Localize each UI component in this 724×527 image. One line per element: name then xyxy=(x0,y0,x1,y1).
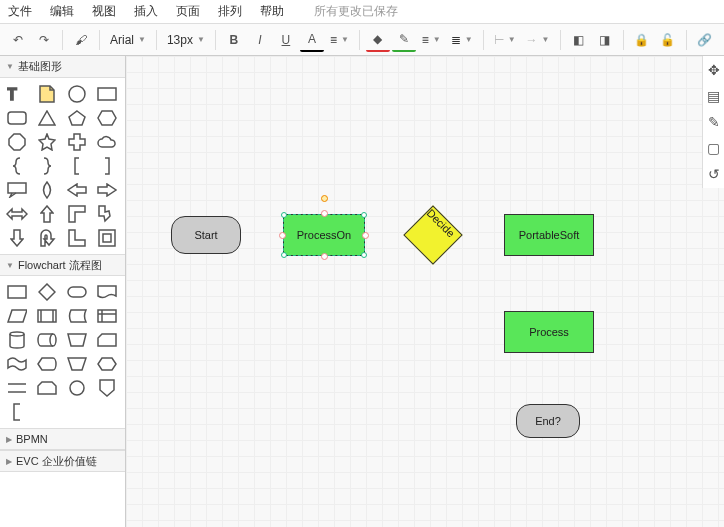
annotate-icon[interactable]: ✎ xyxy=(708,114,720,130)
linestyle-button[interactable]: ≣▼ xyxy=(447,33,477,47)
history-icon[interactable]: ↺ xyxy=(708,166,720,182)
menu-edit[interactable]: 编辑 xyxy=(50,3,74,20)
shape-note[interactable] xyxy=(32,82,62,106)
shape-uturn[interactable] xyxy=(32,226,62,250)
shape-sidebar: ▼基础图形 T xyxy=(0,56,126,527)
shape-brace-r[interactable] xyxy=(32,154,62,178)
fc-offpage[interactable] xyxy=(92,376,122,400)
fc-connector[interactable] xyxy=(62,376,92,400)
shape-turn[interactable] xyxy=(92,202,122,226)
font-select[interactable]: Arial▼ xyxy=(106,33,150,47)
shape-octagon[interactable] xyxy=(2,130,32,154)
fc-manual[interactable] xyxy=(62,328,92,352)
shape-triangle[interactable] xyxy=(32,106,62,130)
shape-drop[interactable] xyxy=(32,178,62,202)
shape-hexagon[interactable] xyxy=(92,106,122,130)
underline-button[interactable]: U xyxy=(274,28,298,52)
node-process[interactable]: Process xyxy=(504,311,594,353)
layers-icon[interactable]: ▤ xyxy=(707,88,720,104)
connector-end-button[interactable]: →▼ xyxy=(522,33,554,47)
send-back-button[interactable]: ◨ xyxy=(593,28,617,52)
shape-cross[interactable] xyxy=(62,130,92,154)
category-bpmn[interactable]: ▶BPMN xyxy=(0,428,125,450)
fontsize-select[interactable]: 13px▼ xyxy=(163,33,209,47)
shape-callout[interactable] xyxy=(2,178,32,202)
unlock-button[interactable]: 🔓 xyxy=(656,28,680,52)
shape-arrow-u[interactable] xyxy=(32,202,62,226)
fc-direct[interactable] xyxy=(32,328,62,352)
node-portablesoft[interactable]: PortableSoft xyxy=(504,214,594,256)
fc-database[interactable] xyxy=(2,328,32,352)
fc-stored[interactable] xyxy=(62,304,92,328)
fc-terminator[interactable] xyxy=(62,280,92,304)
linecolor-button[interactable]: ✎ xyxy=(392,28,416,52)
category-basic[interactable]: ▼基础图形 xyxy=(0,56,125,78)
bring-front-button[interactable]: ◧ xyxy=(567,28,591,52)
linewidth-button[interactable]: ≡▼ xyxy=(418,33,445,47)
fc-predefined[interactable] xyxy=(32,304,62,328)
shape-arrow-d[interactable] xyxy=(2,226,32,250)
menu-insert[interactable]: 插入 xyxy=(134,3,158,20)
shape-rounded[interactable] xyxy=(2,106,32,130)
svg-rect-3 xyxy=(8,112,26,124)
shape-arrow-r[interactable] xyxy=(92,178,122,202)
svg-rect-2 xyxy=(98,88,116,100)
redo-button[interactable]: ↷ xyxy=(32,28,56,52)
fc-internal[interactable] xyxy=(92,304,122,328)
menu-file[interactable]: 文件 xyxy=(8,3,32,20)
fc-preparation[interactable] xyxy=(92,352,122,376)
link-button[interactable]: 🔗 xyxy=(693,28,717,52)
node-start[interactable]: Start xyxy=(171,216,241,254)
fc-document[interactable] xyxy=(92,280,122,304)
fc-annotation[interactable] xyxy=(2,400,32,424)
shape-cloud[interactable] xyxy=(92,130,122,154)
shape-brace-l[interactable] xyxy=(2,154,32,178)
shape-star[interactable] xyxy=(32,130,62,154)
svg-rect-8 xyxy=(68,287,86,297)
category-evc[interactable]: ▶EVC 企业价值链 xyxy=(0,450,125,472)
fc-decision[interactable] xyxy=(32,280,62,304)
shape-text[interactable]: T xyxy=(2,82,32,106)
shape-arrow-lr[interactable] xyxy=(2,202,32,226)
shape-bracket-r[interactable] xyxy=(92,154,122,178)
shape-bracket-l[interactable] xyxy=(62,154,92,178)
svg-point-11 xyxy=(10,332,24,336)
page-icon[interactable]: ▢ xyxy=(707,140,720,156)
shape-frame[interactable] xyxy=(92,226,122,250)
bold-button[interactable]: B xyxy=(222,28,246,52)
canvas[interactable]: Start ProcessOn Decide PortableSoft Proc… xyxy=(126,56,724,527)
node-decide[interactable]: Decide xyxy=(404,206,462,264)
lock-button[interactable]: 🔒 xyxy=(630,28,654,52)
fc-card[interactable] xyxy=(92,328,122,352)
fillcolor-button[interactable]: ◆ xyxy=(366,28,390,52)
menu-arrange[interactable]: 排列 xyxy=(218,3,242,20)
align-button[interactable]: ≡▼ xyxy=(326,33,353,47)
node-end[interactable]: End? xyxy=(516,404,580,438)
svg-rect-4 xyxy=(8,183,26,193)
fc-manual-op[interactable] xyxy=(62,352,92,376)
menu-page[interactable]: 页面 xyxy=(176,3,200,20)
format-painter-button[interactable]: 🖌 xyxy=(69,28,93,52)
undo-button[interactable]: ↶ xyxy=(6,28,30,52)
fc-loop[interactable] xyxy=(32,376,62,400)
menu-help[interactable]: 帮助 xyxy=(260,3,284,20)
connector-start-button[interactable]: ⊢▼ xyxy=(490,33,520,47)
shape-circle[interactable] xyxy=(62,82,92,106)
fc-parallel[interactable] xyxy=(2,376,32,400)
fc-process[interactable] xyxy=(2,280,32,304)
shape-corner2[interactable] xyxy=(62,226,92,250)
fc-data[interactable] xyxy=(2,304,32,328)
menu-view[interactable]: 视图 xyxy=(92,3,116,20)
fc-display[interactable] xyxy=(32,352,62,376)
category-flowchart[interactable]: ▼Flowchart 流程图 xyxy=(0,254,125,276)
fc-tape[interactable] xyxy=(2,352,32,376)
shape-corner[interactable] xyxy=(62,202,92,226)
italic-button[interactable]: I xyxy=(248,28,272,52)
shape-arrow-l[interactable] xyxy=(62,178,92,202)
shape-rect[interactable] xyxy=(92,82,122,106)
nav-icon[interactable]: ✥ xyxy=(708,62,720,78)
shape-pentagon[interactable] xyxy=(62,106,92,130)
fontcolor-button[interactable]: A xyxy=(300,28,324,52)
node-processon[interactable]: ProcessOn xyxy=(283,214,365,256)
svg-rect-6 xyxy=(103,234,111,242)
